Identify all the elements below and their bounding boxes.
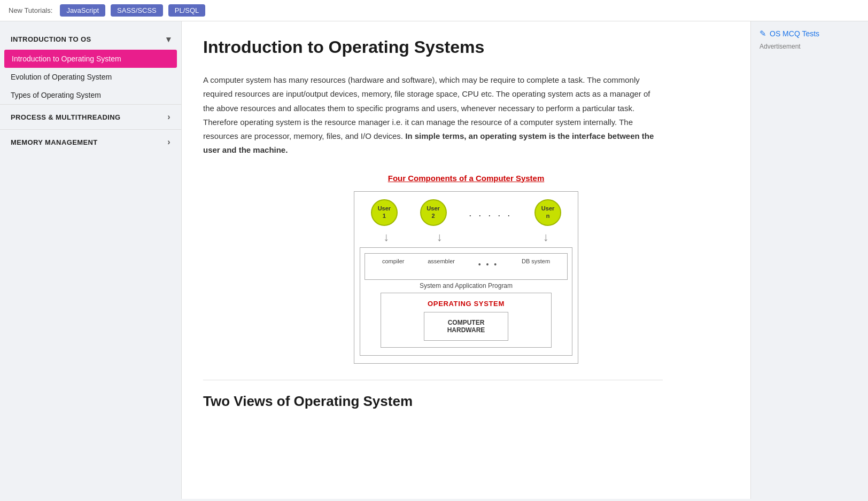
arrow-down-2: ↓ <box>437 230 443 244</box>
plsql-button[interactable]: PL/SQL <box>168 4 206 17</box>
page-title: Introduction to Operating Systems <box>203 37 729 57</box>
user-1-circle: User1 <box>371 199 398 226</box>
arrows-row: ↓ ↓ ↓ <box>360 230 572 244</box>
sidebar: INTRODUCTION TO OS ▾ Introduction to Ope… <box>0 21 182 499</box>
sys-app-box: compiler assembler • • • DB system Syste… <box>360 247 572 356</box>
chevron-down-icon: ▾ <box>166 34 170 44</box>
chevron-right-icon-memory: › <box>167 137 170 147</box>
diagram-container: Four Components of a Computer System Use… <box>332 174 600 364</box>
sys-dots: • • • <box>478 258 498 269</box>
section-divider <box>203 380 663 380</box>
mcq-label: OS MCQ Tests <box>770 29 819 38</box>
sidebar-section-memory-label: MEMORY MANAGEMENT <box>11 138 98 146</box>
arrow-down-3: ↓ <box>543 230 549 244</box>
sidebar-section-memory[interactable]: MEMORY MANAGEMENT › <box>0 129 181 154</box>
ad-label: Advertisement <box>759 43 859 50</box>
sidebar-section-intro-label: INTRODUCTION TO OS <box>11 35 91 43</box>
new-tutorials-label: New Tutorials: <box>9 6 52 14</box>
javascript-button[interactable]: JavaScript <box>60 4 105 17</box>
intro-body-text: A computer system has many resources (ha… <box>203 73 663 158</box>
sidebar-item-evolution-os[interactable]: Evolution of Operating System <box>0 68 181 86</box>
sidebar-item-types-os[interactable]: Types of Operating System <box>0 86 181 104</box>
diagram-title: Four Components of a Computer System <box>388 174 545 183</box>
main-content: Introduction to Operating Systems A comp… <box>182 21 750 499</box>
user-n-circle: Usern <box>534 199 561 226</box>
sys-app-program-label: System and Application Program <box>365 282 568 289</box>
hw-label: COMPUTERHARDWARE <box>435 319 497 334</box>
sidebar-section-process[interactable]: PROCESS & MULTITHREADING › <box>0 104 181 129</box>
right-sidebar: ✎ OS MCQ Tests Advertisement <box>750 21 868 499</box>
sidebar-section-process-label: PROCESS & MULTITHREADING <box>11 113 121 121</box>
users-row: User1 User2 · · · · · Usern <box>360 199 572 226</box>
section2-heading: Two Views of Operating System <box>203 393 729 410</box>
os-label: OPERATING SYSTEM <box>392 300 540 308</box>
users-dots: · · · · · <box>469 210 512 221</box>
mcq-link[interactable]: ✎ OS MCQ Tests <box>759 29 859 38</box>
arrow-down-1: ↓ <box>383 230 389 244</box>
user-2-circle: User2 <box>420 199 447 226</box>
sidebar-section-intro-os[interactable]: INTRODUCTION TO OS ▾ <box>0 27 181 50</box>
compiler-label: compiler <box>382 258 405 264</box>
os-box: OPERATING SYSTEM COMPUTERHARDWARE <box>381 293 552 348</box>
diagram-box: User1 User2 · · · · · Usern ↓ ↓ ↓ compil… <box>354 191 578 364</box>
sass-button[interactable]: SASS/SCSS <box>111 4 163 17</box>
topbar: New Tutorials: JavaScript SASS/SCSS PL/S… <box>0 0 868 21</box>
assembler-label: assembler <box>428 258 455 264</box>
db-system-label: DB system <box>522 258 550 264</box>
main-layout: INTRODUCTION TO OS ▾ Introduction to Ope… <box>0 21 868 499</box>
mcq-icon: ✎ <box>759 29 766 38</box>
sidebar-item-intro-to-os[interactable]: Introduction to Operating System <box>4 50 177 68</box>
sys-app-items-row: compiler assembler • • • DB system <box>365 253 568 280</box>
hw-box: COMPUTERHARDWARE <box>424 312 508 341</box>
chevron-right-icon-process: › <box>167 112 170 122</box>
